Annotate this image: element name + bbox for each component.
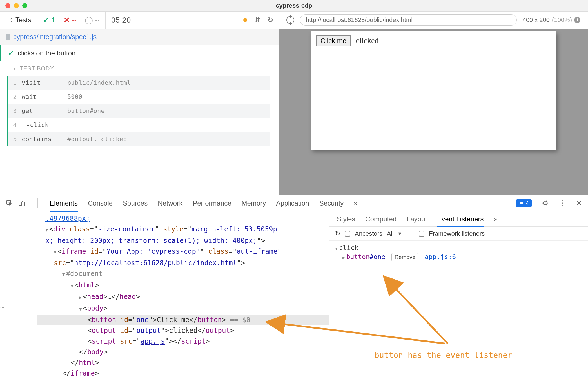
dropdown-icon[interactable]: ▾ — [398, 230, 401, 237]
info-icon[interactable]: i — [574, 17, 580, 23]
file-icon — [6, 34, 10, 40]
spec-path: cypress/integration/spec1.js — [13, 33, 97, 41]
devtools-tabs: Elements Console Sources Network Perform… — [0, 195, 588, 211]
devtools-panel: Elements Console Sources Network Perform… — [0, 195, 588, 379]
device-toolbar-icon[interactable] — [18, 200, 26, 207]
ancestors-label: Ancestors — [355, 230, 382, 237]
cmd-args: button#one — [67, 107, 104, 114]
svg-rect-2 — [21, 202, 25, 206]
framework-checkbox[interactable] — [419, 231, 424, 237]
spec-file-row[interactable]: cypress/integration/spec1.js — [0, 29, 279, 45]
command-row[interactable]: 2 wait 5000 — [8, 90, 270, 104]
command-row[interactable]: 1 visit public/index.html — [8, 76, 270, 90]
stats-cell: ✓ 1 ✕ -- ◯ -- — [37, 12, 106, 29]
status-dot-icon — [243, 18, 247, 22]
runner-header: 〈 Tests ✓ 1 ✕ -- ◯ -- 05.20 ⇵ — [0, 12, 279, 29]
event-group[interactable]: ▼click — [335, 244, 582, 251]
cmd-num: 3 — [8, 107, 19, 115]
tab-styles[interactable]: Styles — [337, 215, 355, 223]
tab-computed[interactable]: Computed — [365, 215, 397, 223]
cmd-num: 1 — [8, 79, 19, 86]
tab-event-listeners[interactable]: Event Listeners — [437, 211, 484, 227]
test-body-label: TEST BODY — [20, 65, 54, 72]
viewport-zoom: (100%) — [552, 16, 572, 24]
cmd-args: #output, clicked — [67, 135, 127, 142]
preview-toolbar: http://localhost:61628/public/index.html… — [279, 12, 588, 29]
cmd-name: get — [19, 107, 67, 114]
cypress-runner-panel: 〈 Tests ✓ 1 ✕ -- ◯ -- 05.20 ⇵ — [0, 12, 279, 195]
issues-badge[interactable]: 4 — [516, 199, 532, 207]
reload-icon[interactable]: ↻ — [268, 16, 273, 24]
url-text: http://localhost:61628/public/index.html — [306, 16, 413, 24]
tab-memory[interactable]: Memory — [242, 199, 266, 207]
tab-console[interactable]: Console — [88, 199, 113, 207]
event-listeners-list: ▼click ▶button#one Remove app.js:6 butto… — [329, 241, 588, 265]
kebab-icon[interactable]: ⋮ — [558, 199, 566, 208]
tab-elements[interactable]: Elements — [50, 195, 78, 212]
test-body-header[interactable]: ▼ TEST BODY — [0, 61, 279, 76]
cmd-name: wait — [19, 93, 67, 100]
ancestors-checkbox[interactable] — [345, 231, 350, 237]
pending-count: -- — [95, 16, 100, 24]
cmd-args: 5000 — [67, 93, 82, 100]
cmd-name: -click — [19, 121, 67, 128]
devtools-side-pane: Styles Computed Layout Event Listeners »… — [329, 211, 588, 379]
auto-scroll-icon[interactable]: ⇵ — [255, 16, 260, 24]
event-entry[interactable]: ▶button#one Remove app.js:6 — [335, 251, 582, 261]
test-title-row[interactable]: ✓ clicks on the button — [0, 45, 279, 61]
remove-listener-button[interactable]: Remove — [391, 253, 418, 261]
caret-down-icon: ▼ — [13, 66, 17, 71]
issues-count: 4 — [526, 200, 529, 206]
app-preview-panel: http://localhost:61628/public/index.html… — [279, 12, 588, 195]
url-bar[interactable]: http://localhost:61628/public/index.html — [300, 14, 517, 26]
tab-layout[interactable]: Layout — [407, 215, 427, 223]
dom-tree[interactable]: ⋯ .4979688px; ▼<div class="size-containe… — [0, 211, 329, 379]
window-title-bar: cypress-cdp — [0, 0, 588, 12]
click-me-button[interactable]: Click me — [316, 35, 351, 46]
source-link[interactable]: app.js:6 — [425, 253, 456, 260]
tab-sources[interactable]: Sources — [123, 199, 148, 207]
chevron-left-icon: 〈 — [6, 15, 13, 25]
side-tabs: Styles Computed Layout Event Listeners » — [329, 211, 588, 227]
refresh-icon[interactable]: ↻ — [335, 230, 340, 237]
cmd-num: 4 — [8, 121, 19, 129]
cmd-name: contains — [19, 135, 67, 142]
selector-playground-icon[interactable] — [286, 16, 294, 24]
tab-network[interactable]: Network — [158, 199, 182, 207]
command-row[interactable]: 5 contains #output, clicked — [8, 132, 270, 146]
output-text: clicked — [356, 36, 379, 45]
cmd-num: 2 — [8, 93, 19, 101]
window-title: cypress-cdp — [0, 2, 588, 9]
fail-count: -- — [72, 16, 77, 24]
tab-application[interactable]: Application — [276, 199, 309, 207]
ancestors-filter[interactable]: All — [387, 230, 394, 237]
back-label: Tests — [15, 16, 31, 24]
pass-count: 1 — [52, 16, 55, 24]
cmd-num: 5 — [8, 135, 19, 143]
command-log: 1 visit public/index.html 2 wait 5000 3 … — [0, 76, 279, 155]
cmd-name: visit — [19, 79, 67, 86]
gear-icon[interactable]: ⚙ — [542, 199, 548, 208]
side-tabs-overflow[interactable]: » — [494, 215, 498, 223]
back-to-tests-button[interactable]: 〈 Tests — [0, 12, 37, 29]
check-icon: ✓ — [43, 15, 49, 25]
command-row[interactable]: 3 get button#one — [8, 104, 270, 118]
listeners-toolbar: ↻ Ancestors All ▾ Framework listeners — [329, 227, 588, 241]
x-icon: ✕ — [64, 16, 70, 24]
viewport-dims: 400 x 200 (100%) i — [522, 16, 580, 24]
tabs-overflow[interactable]: » — [354, 199, 357, 207]
tab-performance[interactable]: Performance — [193, 199, 231, 207]
viewport-size: 400 x 200 — [522, 16, 550, 24]
duration: 05.20 — [106, 12, 137, 29]
test-name: clicks on the button — [18, 49, 75, 57]
cmd-args: public/index.html — [67, 79, 131, 86]
pending-icon: ◯ — [85, 16, 93, 24]
command-row[interactable]: 4 -click — [8, 118, 270, 132]
close-devtools-icon[interactable]: ✕ — [576, 199, 582, 208]
check-icon: ✓ — [8, 49, 14, 57]
app-iframe: Click me clicked — [311, 31, 556, 150]
framework-label: Framework listeners — [429, 230, 485, 237]
annotation-text: button has the event listener — [375, 351, 512, 360]
inspect-element-icon[interactable] — [6, 200, 13, 207]
tab-security[interactable]: Security — [319, 199, 344, 207]
